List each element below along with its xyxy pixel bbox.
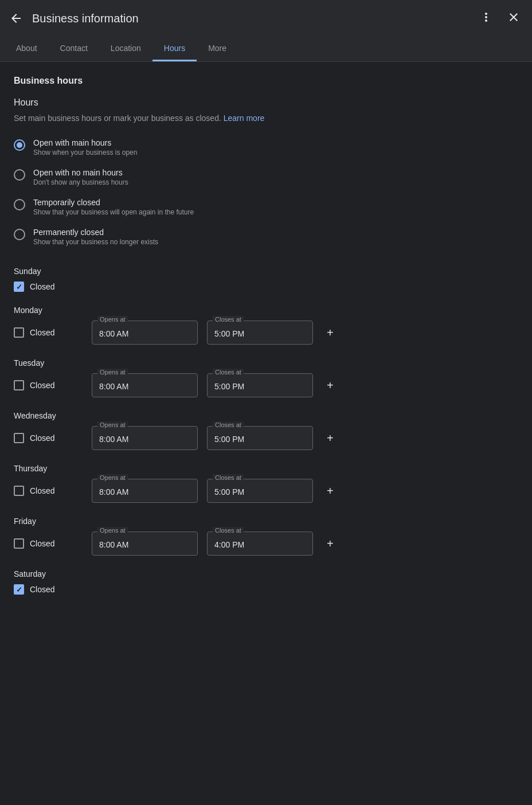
thursday-opens-label: Opens at	[97, 474, 128, 481]
wednesday-opens-at-field: Opens at	[92, 426, 198, 450]
radio-open-no-hours[interactable]	[14, 169, 25, 181]
radio-option-open-main-hours[interactable]: Open with main hours Show when your busi…	[14, 138, 485, 157]
monday-opens-at-field: Opens at	[92, 321, 198, 345]
friday-add-hours-button[interactable]: +	[322, 533, 338, 555]
hours-description-text: Set main business hours or mark your bus…	[14, 114, 221, 123]
radio-option-temporarily-closed[interactable]: Temporarily closed Show that your busine…	[14, 198, 485, 216]
saturday-checkbox-box[interactable]	[14, 584, 24, 595]
saturday-closed-checkbox[interactable]: Closed	[14, 584, 83, 595]
radio-sublabel-perm-closed: Show that your business no longer exists	[33, 238, 158, 246]
tuesday-closes-input[interactable]	[207, 373, 313, 397]
tab-about[interactable]: About	[5, 37, 49, 61]
day-label-thursday: Thursday	[14, 464, 485, 473]
radio-label-open-no-hours: Open with no main hours	[33, 168, 128, 177]
more-options-button[interactable]	[477, 8, 495, 29]
day-section-thursday: Thursday Closed Opens at Closes at +	[14, 464, 485, 503]
header-actions	[477, 8, 523, 29]
tuesday-closes-label: Closes at	[213, 369, 244, 376]
tuesday-opens-input[interactable]	[92, 373, 198, 397]
close-button[interactable]	[504, 8, 523, 29]
wednesday-add-hours-button[interactable]: +	[322, 427, 338, 450]
monday-add-hours-button[interactable]: +	[322, 322, 338, 344]
main-content: Business hours Hours Set main business h…	[0, 62, 499, 631]
plus-icon: +	[327, 484, 334, 498]
thursday-closed-label: Closed	[30, 486, 55, 495]
day-label-tuesday: Tuesday	[14, 358, 485, 368]
page-title: Business information	[32, 12, 477, 25]
wednesday-closes-label: Closes at	[213, 421, 244, 428]
radio-temporarily-closed[interactable]	[14, 199, 25, 210]
day-label-saturday: Saturday	[14, 569, 485, 579]
friday-closed-checkbox[interactable]: Closed	[14, 538, 83, 549]
friday-closed-label: Closed	[30, 539, 55, 548]
day-label-monday: Monday	[14, 306, 485, 315]
radio-label-temp-closed: Temporarily closed	[33, 198, 194, 207]
monday-closes-input[interactable]	[207, 321, 313, 345]
monday-opens-input[interactable]	[92, 321, 198, 345]
radio-sublabel-open-no-hours: Don't show any business hours	[33, 178, 128, 186]
thursday-checkbox-box[interactable]	[14, 486, 24, 496]
day-label-sunday: Sunday	[14, 267, 485, 276]
sunday-checkbox-box[interactable]	[14, 282, 24, 292]
sunday-closed-label: Closed	[30, 282, 55, 291]
day-section-tuesday: Tuesday Closed Opens at Closes at +	[14, 358, 485, 397]
radio-open-main-hours[interactable]	[14, 139, 25, 151]
monday-closed-label: Closed	[30, 328, 55, 337]
friday-opens-at-field: Opens at	[92, 532, 198, 556]
plus-icon: +	[327, 432, 334, 445]
tuesday-closed-checkbox[interactable]: Closed	[14, 380, 83, 390]
friday-checkbox-box[interactable]	[14, 538, 24, 549]
plus-icon: +	[327, 379, 334, 392]
tab-contact[interactable]: Contact	[49, 37, 99, 61]
radio-label-open-main: Open with main hours	[33, 138, 137, 147]
radio-label-perm-closed: Permanently closed	[33, 228, 158, 237]
thursday-closes-label: Closes at	[213, 474, 244, 481]
monday-closes-label: Closes at	[213, 316, 244, 323]
radio-sublabel-temp-closed: Show that your business will open again …	[33, 208, 194, 216]
monday-checkbox-box[interactable]	[14, 327, 24, 338]
thursday-opens-input[interactable]	[92, 479, 198, 503]
tab-location[interactable]: Location	[99, 37, 152, 61]
day-section-sunday: Sunday Closed	[14, 267, 485, 292]
thursday-add-hours-button[interactable]: +	[322, 480, 338, 502]
day-section-monday: Monday Closed Opens at Closes at +	[14, 306, 485, 345]
thursday-closed-checkbox[interactable]: Closed	[14, 486, 83, 496]
radio-group: Open with main hours Show when your busi…	[14, 138, 485, 246]
radio-option-permanently-closed[interactable]: Permanently closed Show that your busine…	[14, 228, 485, 246]
day-label-wednesday: Wednesday	[14, 411, 485, 420]
hours-label: Hours	[14, 97, 485, 108]
wednesday-checkbox-box[interactable]	[14, 433, 24, 443]
wednesday-closes-input[interactable]	[207, 426, 313, 450]
back-button[interactable]	[7, 9, 25, 28]
navigation-tabs: About Contact Location Hours More	[0, 37, 532, 62]
tuesday-closes-at-field: Closes at	[207, 373, 313, 397]
sunday-closed-checkbox[interactable]: Closed	[14, 282, 83, 292]
tab-more[interactable]: More	[197, 37, 238, 61]
day-section-friday: Friday Closed Opens at Closes at +	[14, 517, 485, 556]
monday-closes-at-field: Closes at	[207, 321, 313, 345]
day-section-wednesday: Wednesday Closed Opens at Closes at +	[14, 411, 485, 450]
radio-option-open-no-hours[interactable]: Open with no main hours Don't show any b…	[14, 168, 485, 186]
tab-hours[interactable]: Hours	[152, 37, 197, 61]
friday-opens-label: Opens at	[97, 527, 128, 534]
friday-closes-input[interactable]	[207, 532, 313, 556]
thursday-closes-input[interactable]	[207, 479, 313, 503]
thursday-opens-at-field: Opens at	[92, 479, 198, 503]
monday-opens-label: Opens at	[97, 316, 128, 323]
tuesday-checkbox-box[interactable]	[14, 380, 24, 390]
tuesday-add-hours-button[interactable]: +	[322, 374, 338, 397]
thursday-closes-at-field: Closes at	[207, 479, 313, 503]
wednesday-closed-label: Closed	[30, 433, 55, 443]
radio-permanently-closed[interactable]	[14, 229, 25, 240]
friday-closes-at-field: Closes at	[207, 532, 313, 556]
learn-more-link[interactable]: Learn more	[224, 114, 265, 123]
tuesday-closed-label: Closed	[30, 381, 55, 390]
wednesday-opens-input[interactable]	[92, 426, 198, 450]
monday-closed-checkbox[interactable]: Closed	[14, 327, 83, 338]
radio-sublabel-open-main: Show when your business is open	[33, 149, 137, 157]
day-label-friday: Friday	[14, 517, 485, 526]
friday-opens-input[interactable]	[92, 532, 198, 556]
wednesday-closed-checkbox[interactable]: Closed	[14, 433, 83, 443]
wednesday-closes-at-field: Closes at	[207, 426, 313, 450]
plus-icon: +	[327, 537, 334, 550]
